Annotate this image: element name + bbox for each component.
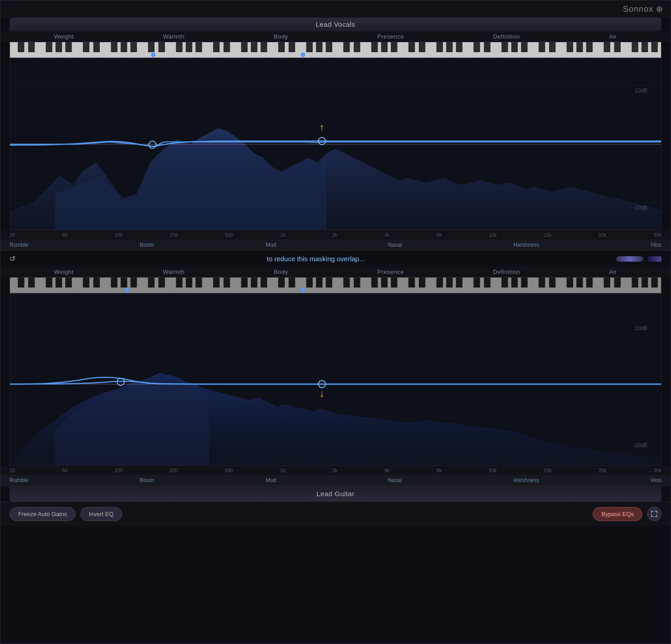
cat-mud-1: Mud [266, 242, 276, 248]
svg-rect-132 [567, 278, 573, 288]
svg-rect-0 [10, 42, 661, 58]
category-labels-1: Rumble Boom Mud Nasal Harshness Hiss [0, 239, 671, 251]
freq-250-1: 250 [170, 232, 178, 238]
svg-rect-21 [278, 42, 285, 52]
svg-rect-36 [473, 42, 480, 52]
svg-rect-47 [614, 42, 621, 52]
svg-rect-91 [28, 278, 34, 288]
toolbar-left: Freeze Auto Gains Invert EQ [10, 507, 122, 521]
svg-rect-18 [241, 42, 248, 52]
piano-2 [10, 277, 661, 293]
svg-rect-10 [131, 42, 137, 52]
svg-rect-44 [576, 42, 583, 52]
svg-rect-35 [456, 42, 462, 52]
svg-rect-123 [446, 278, 452, 288]
cat-harshness-1: Harshness [513, 242, 539, 248]
svg-rect-110 [278, 278, 285, 288]
svg-rect-104 [195, 278, 202, 288]
cat-hiss-1: Hiss [651, 242, 661, 248]
kb-body-1: Body [274, 33, 288, 40]
kb-presence-1: Presence [377, 33, 404, 40]
cat-nasal-2: Nasal [388, 477, 402, 483]
svg-rect-4 [56, 42, 62, 52]
svg-rect-89 [10, 278, 661, 293]
svg-rect-90 [18, 278, 24, 288]
svg-rect-126 [484, 278, 490, 288]
freq-20-1: 20 [10, 232, 15, 238]
svg-rect-49 [642, 42, 648, 52]
freq-15k-1: 15k [544, 232, 552, 238]
svg-rect-96 [93, 278, 100, 288]
svg-rect-20 [261, 42, 267, 52]
resize-icon [651, 511, 657, 517]
freeze-gains-button[interactable]: Freeze Auto Gains [10, 507, 76, 521]
sonnox-logo: Sonnox ⊕ [623, 4, 663, 14]
svg-rect-124 [456, 278, 462, 288]
svg-rect-109 [261, 278, 267, 288]
svg-rect-97 [111, 278, 117, 288]
svg-rect-33 [437, 42, 443, 52]
svg-rect-125 [473, 278, 480, 288]
kb-body-2: Body [274, 268, 288, 275]
svg-rect-23 [306, 42, 312, 52]
kb-definition-1: Definition [493, 33, 520, 40]
category-labels-2: Rumble Boom Mud Nasal Harshness Hiss [0, 475, 671, 486]
svg-rect-14 [186, 42, 192, 52]
freq-60-1: 60 [62, 232, 68, 238]
svg-text:↓: ↓ [320, 388, 325, 399]
svg-rect-15 [195, 42, 202, 52]
cat-nasal-1: Nasal [388, 242, 402, 248]
svg-rect-95 [83, 278, 89, 288]
svg-point-148 [301, 288, 305, 293]
cat-boom-2: Boom [140, 477, 154, 483]
svg-rect-127 [501, 278, 508, 288]
svg-rect-107 [241, 278, 248, 288]
cat-rumble-1: Rumble [10, 242, 28, 248]
freq-6k-2: 6k [437, 468, 442, 473]
svg-text:10dB: 10dB [635, 88, 647, 94]
svg-rect-31 [408, 42, 415, 52]
cat-mud-2: Mud [266, 477, 276, 483]
svg-rect-98 [121, 278, 127, 288]
svg-rect-17 [224, 42, 230, 52]
bypass-eqs-button[interactable]: Bypass EQs [593, 507, 642, 521]
svg-rect-92 [46, 278, 52, 288]
freq-4k-1: 4k [384, 232, 390, 238]
svg-rect-42 [549, 42, 555, 52]
status-indicator-2 [648, 256, 661, 262]
svg-rect-112 [306, 278, 312, 288]
invert-eq-button[interactable]: Invert EQ [80, 507, 122, 521]
piano-1 [10, 42, 661, 58]
freq-100-2: 100 [114, 468, 122, 473]
svg-rect-25 [326, 42, 332, 52]
freq-axis-1: 20 60 100 250 500 1k 2k 4k 6k 10k 15k 20… [0, 230, 671, 239]
eq-display-1: 10dB -10dB ↑ [10, 58, 661, 230]
svg-rect-121 [419, 278, 425, 288]
svg-rect-131 [549, 278, 555, 288]
svg-rect-118 [381, 278, 388, 288]
svg-rect-30 [391, 42, 397, 52]
svg-rect-26 [343, 42, 350, 52]
svg-rect-16 [213, 42, 219, 52]
kb-weight-1: Weight [54, 33, 73, 40]
svg-rect-22 [289, 42, 295, 52]
svg-rect-40 [521, 42, 527, 52]
freq-100-1: 100 [114, 232, 122, 238]
svg-rect-11 [148, 42, 154, 52]
svg-rect-37 [484, 42, 490, 52]
svg-point-147 [125, 288, 129, 293]
svg-rect-114 [326, 278, 332, 288]
cat-rumble-2: Rumble [10, 477, 28, 483]
svg-rect-27 [354, 42, 360, 52]
svg-rect-99 [131, 278, 137, 288]
freq-2k-2: 2k [332, 468, 338, 473]
keyboard-header-1: Weight Warmth Body Presence Definition A… [0, 31, 671, 42]
cat-harshness-2: Harshness [513, 477, 539, 483]
status-bar: ↺ to reduce this masking overlap... [0, 251, 671, 267]
section-lead-guitar: Weight Warmth Body Presence Definition A… [0, 267, 671, 502]
svg-rect-19 [251, 42, 257, 52]
settings-button[interactable] [647, 507, 661, 521]
track2-title: Lead Guitar [316, 490, 355, 498]
svg-rect-105 [213, 278, 219, 288]
toolbar-right: Bypass EQs [593, 507, 661, 521]
